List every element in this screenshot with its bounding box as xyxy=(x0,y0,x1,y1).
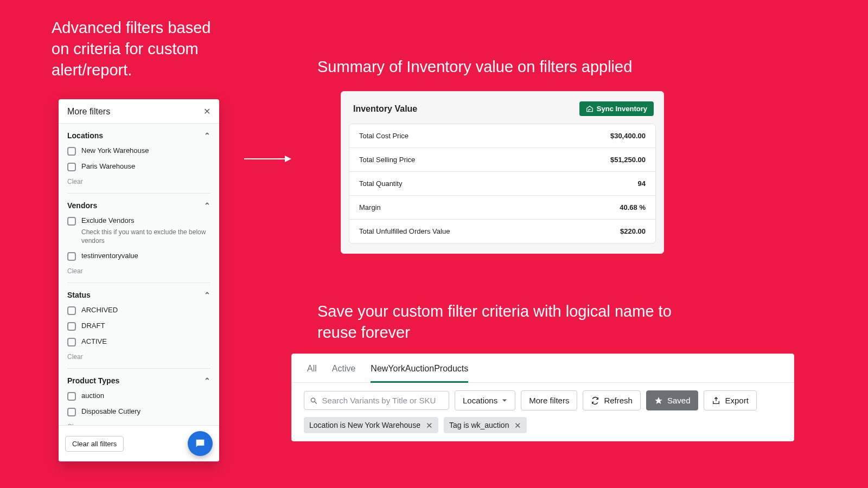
checkbox-icon xyxy=(67,306,76,315)
checkbox-row[interactable]: New York Warehouse xyxy=(67,146,210,156)
section-product-types: Product Types ⌃ auction Disposable Cutle… xyxy=(67,369,210,425)
checkbox-label: auction xyxy=(81,391,104,400)
checkbox-icon xyxy=(67,338,76,346)
summary-row: Margin40.68 % xyxy=(349,196,655,220)
chevron-up-icon: ⌃ xyxy=(204,291,210,299)
toolbar-row: Locations More filters Refresh Saved Exp… xyxy=(292,383,794,410)
summary-value: $51,250.00 xyxy=(610,156,646,164)
toolbar-card: All Active NewYorkAuctionProducts Locati… xyxy=(291,354,794,441)
section-locations: Locations ⌃ New York Warehouse Paris War… xyxy=(67,124,210,194)
svg-point-0 xyxy=(311,398,315,402)
summary-row: Total Quantity94 xyxy=(349,172,655,196)
filters-body: Locations ⌃ New York Warehouse Paris War… xyxy=(59,124,219,425)
summary-value: $220.00 xyxy=(620,227,646,235)
section-title: Status xyxy=(67,291,91,299)
saved-button[interactable]: Saved xyxy=(646,390,699,410)
search-icon xyxy=(310,396,318,405)
section-head-status[interactable]: Status ⌃ xyxy=(67,291,210,299)
checkbox-row[interactable]: DRAFT xyxy=(67,322,210,331)
checkbox-icon xyxy=(67,322,76,331)
checkbox-label: DRAFT xyxy=(81,322,105,330)
summary-value: 94 xyxy=(638,179,646,188)
section-head-locations[interactable]: Locations ⌃ xyxy=(67,131,210,140)
summary-title: Inventory Value xyxy=(353,104,417,114)
summary-label: Total Quantity xyxy=(359,179,403,188)
checkbox-row[interactable]: Paris Warehouse xyxy=(67,162,210,171)
chip-label: Location is New York Warehouse xyxy=(309,421,420,429)
refresh-button[interactable]: Refresh xyxy=(583,390,641,410)
tab-active[interactable]: Active xyxy=(332,364,356,382)
checkbox-label: New York Warehouse xyxy=(81,146,149,155)
filter-chips: Location is New York Warehouse ✕ Tag is … xyxy=(292,410,794,433)
checkbox-label: testinventoryvalue xyxy=(81,252,138,260)
summary-row: Total Selling Price$51,250.00 xyxy=(349,148,655,172)
arrow-icon xyxy=(244,158,291,159)
filter-chip: Location is New York Warehouse ✕ xyxy=(304,417,438,433)
chat-icon[interactable] xyxy=(188,431,213,456)
checkbox-icon xyxy=(67,163,76,171)
summary-table: Total Cost Price$30,400.00 Total Selling… xyxy=(349,124,656,243)
star-icon xyxy=(654,396,663,405)
close-icon[interactable]: ✕ xyxy=(514,421,521,429)
tabs: All Active NewYorkAuctionProducts xyxy=(292,354,794,383)
close-icon[interactable]: ✕ xyxy=(203,107,210,116)
checkbox-label: ARCHIVED xyxy=(81,306,118,314)
section-status: Status ⌃ ARCHIVED DRAFT ACTIVE Clear xyxy=(67,283,210,369)
chevron-up-icon: ⌃ xyxy=(204,201,210,210)
checkbox-icon xyxy=(67,392,76,401)
clear-link[interactable]: Clear xyxy=(67,353,210,361)
checkbox-row[interactable]: ACTIVE xyxy=(67,337,210,346)
export-icon xyxy=(712,396,720,405)
summary-value: 40.68 % xyxy=(620,203,646,211)
checkbox-row[interactable]: Disposable Cutlery xyxy=(67,407,210,416)
clear-all-button[interactable]: Clear all filters xyxy=(65,436,124,452)
filters-panel: More filters ✕ Locations ⌃ New York Ware… xyxy=(59,99,219,461)
summary-label: Total Unfulfilled Orders Value xyxy=(359,227,450,235)
helper-text: Check this if you want to exclude the be… xyxy=(81,228,210,245)
locations-label: Locations xyxy=(463,396,497,405)
checkbox-label: ACTIVE xyxy=(81,337,107,345)
close-icon[interactable]: ✕ xyxy=(426,421,433,429)
filter-chip: Tag is wk_auction ✕ xyxy=(444,417,527,433)
checkbox-label: Disposable Cutlery xyxy=(81,407,141,415)
caption-toolbar: Save your custom filter criteria with lo… xyxy=(317,301,686,343)
checkbox-icon xyxy=(67,252,76,261)
section-vendors: Vendors ⌃ Exclude Vendors Check this if … xyxy=(67,194,210,283)
more-filters-label: More filters xyxy=(529,396,569,405)
checkbox-row[interactable]: ARCHIVED xyxy=(67,306,210,315)
sync-label: Sync Inventory xyxy=(597,105,647,113)
section-title: Product Types xyxy=(67,376,119,385)
checkbox-icon xyxy=(67,408,76,416)
chevron-down-icon xyxy=(502,399,507,403)
checkbox-icon xyxy=(67,217,76,226)
chevron-up-icon: ⌃ xyxy=(204,131,210,140)
checkbox-row[interactable]: auction xyxy=(67,391,210,401)
section-head-product-types[interactable]: Product Types ⌃ xyxy=(67,376,210,385)
locations-button[interactable]: Locations xyxy=(455,390,515,410)
checkbox-row[interactable]: Exclude Vendors xyxy=(67,216,210,226)
section-title: Vendors xyxy=(67,201,97,210)
chip-label: Tag is wk_auction xyxy=(449,421,509,429)
search-input-wrap[interactable] xyxy=(304,391,449,410)
tab-newyorkauctionproducts[interactable]: NewYorkAuctionProducts xyxy=(371,364,468,383)
chevron-up-icon: ⌃ xyxy=(204,376,210,385)
more-filters-button[interactable]: More filters xyxy=(521,390,577,410)
sync-inventory-button[interactable]: Sync Inventory xyxy=(579,101,654,116)
checkbox-row[interactable]: testinventoryvalue xyxy=(67,252,210,261)
checkbox-label: Exclude Vendors xyxy=(81,216,135,224)
tab-all[interactable]: All xyxy=(307,364,317,382)
refresh-icon xyxy=(591,396,599,405)
summary-card: Inventory Value Sync Inventory Total Cos… xyxy=(341,91,664,254)
summary-value: $30,400.00 xyxy=(610,132,646,140)
clear-link[interactable]: Clear xyxy=(67,178,210,185)
export-button[interactable]: Export xyxy=(704,390,756,410)
filters-title: More filters xyxy=(67,107,110,117)
filters-footer: Clear all filters xyxy=(59,425,219,461)
refresh-label: Refresh xyxy=(604,396,633,405)
saved-label: Saved xyxy=(667,396,691,405)
export-label: Export xyxy=(725,396,748,405)
clear-link[interactable]: Clear xyxy=(67,267,210,275)
search-input[interactable] xyxy=(322,396,443,405)
section-head-vendors[interactable]: Vendors ⌃ xyxy=(67,201,210,210)
summary-row: Total Unfulfilled Orders Value$220.00 xyxy=(349,220,655,243)
